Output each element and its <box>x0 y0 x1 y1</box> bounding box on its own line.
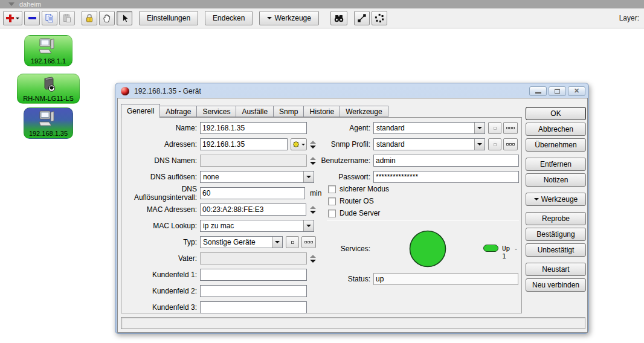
map-node-gateway[interactable]: 192.168.1.1 <box>24 35 72 66</box>
combo-arrow-button[interactable] <box>474 139 485 150</box>
agent-select[interactable]: standard <box>373 122 485 134</box>
restart-label: Neustart <box>542 265 569 274</box>
list-icon <box>506 143 509 146</box>
lock-button[interactable] <box>82 11 97 25</box>
username-input[interactable] <box>373 155 519 167</box>
tab-services[interactable]: Services <box>197 106 236 117</box>
pan-hand-button[interactable] <box>99 11 115 25</box>
tab-historie[interactable]: Historie <box>304 106 340 117</box>
list-icon <box>512 127 515 129</box>
main-toolbar: Einstellungen Endecken Werkzeuge <box>0 8 644 28</box>
chevron-down-icon <box>477 143 482 146</box>
dude-server-checkbox-row[interactable]: Dude Server <box>328 207 380 219</box>
snmp-list-button[interactable] <box>503 138 518 150</box>
agent-value: standard <box>374 124 474 132</box>
close-button[interactable]: ✕ <box>568 86 585 96</box>
services-pie-chart[interactable] <box>409 230 446 268</box>
tab-ausfaelle[interactable]: Ausfälle <box>236 106 274 117</box>
map-node-label: RH-NM-LG11-LS <box>23 95 74 102</box>
add-link-button[interactable] <box>354 11 370 25</box>
link-tool-icon <box>357 13 367 23</box>
mac-addresses-input[interactable] <box>200 204 306 216</box>
password-input[interactable] <box>373 171 519 183</box>
list-icon <box>311 241 313 243</box>
cursor-arrow-icon <box>120 13 129 23</box>
mac-lookup-select[interactable]: ip zu mac <box>200 220 314 232</box>
cancel-label: Abbrechen <box>538 125 573 133</box>
snmp-profile-select[interactable]: standard <box>373 138 485 150</box>
combo-arrow-button[interactable] <box>272 237 282 248</box>
map-node-router[interactable]: RH-NM-LG11-LS <box>17 74 80 104</box>
ok-button[interactable]: OK <box>526 107 586 120</box>
legend-up-label: Up - 1 <box>502 245 521 260</box>
agent-list-button[interactable] <box>503 122 518 134</box>
combo-arrow-button[interactable] <box>303 220 314 231</box>
settings-button[interactable]: Einstellungen <box>139 11 198 25</box>
parent-label: Vater: <box>121 254 197 263</box>
list-icon <box>506 127 509 129</box>
dude-app-window: daheim <box>0 0 644 343</box>
legend-up-swatch <box>483 245 498 252</box>
dns-interval-input[interactable] <box>200 187 305 199</box>
routeros-checkbox-row[interactable]: Router OS <box>328 195 374 207</box>
dialog-status-bar <box>121 317 585 329</box>
layer-label: Layer: <box>619 14 639 22</box>
tab-abfrage[interactable]: Abfrage <box>160 106 197 117</box>
username-label: Benutzername: <box>285 156 370 165</box>
discover-button[interactable]: Endecken <box>205 11 253 25</box>
map-node-device[interactable]: 192.168.1.35 <box>24 107 73 139</box>
tab-snmp[interactable]: Snmp <box>274 106 304 117</box>
paste-button[interactable] <box>59 11 75 25</box>
add-network-button[interactable] <box>372 11 387 25</box>
agent-edit-button <box>488 122 501 134</box>
copy-button[interactable] <box>42 11 57 25</box>
cancel-button[interactable]: Abbrechen <box>526 123 586 136</box>
notes-button[interactable]: Notizen <box>526 173 586 187</box>
minimize-button[interactable] <box>529 86 547 96</box>
combo-arrow-button[interactable] <box>474 123 485 133</box>
type-select[interactable]: Sonstige Geräte <box>200 236 283 248</box>
tools-menu-button[interactable]: Werkzeuge <box>259 11 318 25</box>
tools-label-dialog: Werkzeuge <box>541 195 578 204</box>
lock-icon <box>85 13 94 23</box>
find-button[interactable] <box>330 11 347 25</box>
map-title-bar[interactable]: daheim <box>0 0 644 8</box>
paste-icon <box>62 13 72 23</box>
tab-werkzeuge[interactable]: Werkzeuge <box>340 106 388 117</box>
select-arrow-button[interactable] <box>117 11 132 25</box>
parent-sort-spinner[interactable] <box>309 254 316 263</box>
hand-icon <box>102 13 112 23</box>
reconnect-button[interactable]: Neu verbinden <box>526 278 586 292</box>
mac-addresses-label: MAC Adressen: <box>121 205 197 214</box>
password-label: Passwort: <box>285 173 370 181</box>
secure-mode-checkbox-row[interactable]: sicherer Modus <box>328 183 389 195</box>
item-icon <box>494 127 497 130</box>
tools-button-dialog[interactable]: Werkzeuge <box>526 193 586 206</box>
secure-mode-label: sicherer Modus <box>340 185 389 193</box>
ack-button[interactable]: Bestätigung <box>526 228 586 241</box>
item-icon <box>494 143 497 146</box>
dns-interval-label: DNS Auflösungsintervall: <box>121 185 197 202</box>
custom-field-2-label: Kundenfeld 2: <box>121 287 197 295</box>
chevron-down-icon <box>275 241 280 243</box>
secure-mode-checkbox[interactable] <box>328 185 336 193</box>
custom-field-3-input[interactable] <box>200 301 307 313</box>
apply-button[interactable]: Übernehmen <box>526 138 586 152</box>
routeros-checkbox[interactable] <box>328 197 336 205</box>
dialog-title-bar[interactable]: 192.168.1.35 - Gerät ✕ <box>117 85 587 97</box>
maximize-button[interactable] <box>549 86 566 96</box>
tab-generell[interactable]: Generell <box>121 104 160 118</box>
dude-app-icon <box>121 87 129 95</box>
mac-sort-spinner[interactable] <box>309 205 316 214</box>
ok-label: OK <box>550 109 561 118</box>
dude-server-checkbox[interactable] <box>328 210 336 217</box>
binoculars-icon <box>333 13 344 23</box>
collapse-triangle-icon <box>8 2 14 6</box>
custom-field-2-input[interactable] <box>200 285 307 297</box>
add-button[interactable] <box>3 11 22 25</box>
reprobe-button[interactable]: Reprobe <box>526 212 586 225</box>
remove-button[interactable] <box>24 11 40 25</box>
restart-button[interactable]: Neustart <box>526 263 586 276</box>
remove-button-dialog[interactable]: Entfernen <box>526 158 586 171</box>
unack-button[interactable]: Unbestätigt <box>526 243 586 257</box>
